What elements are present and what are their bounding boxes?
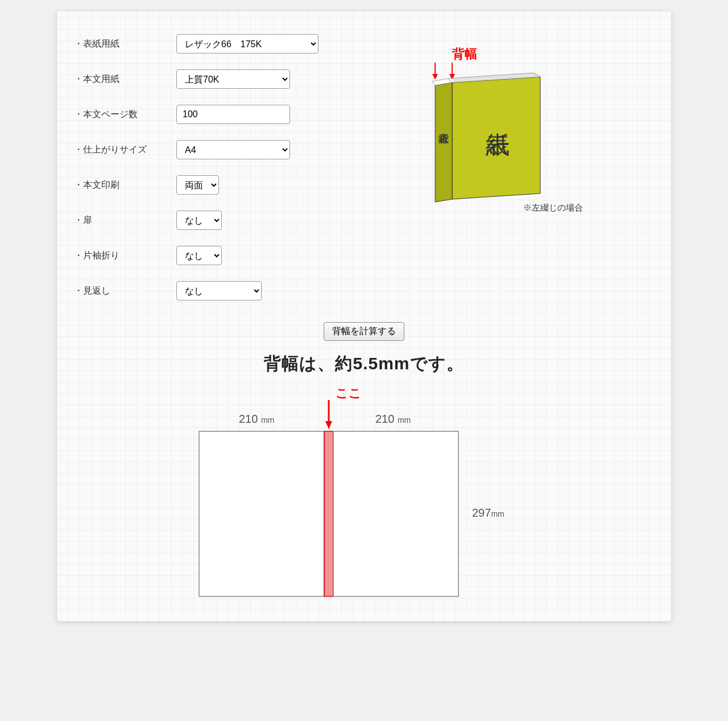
select-cover-paper[interactable]: レザック66 175K — [176, 34, 318, 53]
svg-marker-2 — [452, 77, 540, 199]
label-tobira: ・扉 — [74, 215, 176, 226]
page-container: ・表紙用紙 レザック66 175K ・本文用紙 上質70K ・本文ページ数 ・仕… — [57, 11, 671, 621]
row-tobira: ・扉 なし — [74, 211, 336, 230]
cover-spread-icon: ここ 210 mm 210 mm 297mm — [165, 386, 563, 602]
svg-rect-20 — [333, 431, 458, 596]
label-cover-paper: ・表紙用紙 — [74, 38, 176, 50]
row-mikaeshi: ・見返し なし — [74, 281, 336, 300]
spine-width-label: 背幅 — [452, 47, 477, 61]
diagram-column: 背幅 背表紙 表紙 — [353, 34, 654, 316]
book-diagram-icon: 背幅 背表紙 表紙 — [353, 40, 592, 222]
label-mikaeshi: ・見返し — [74, 285, 176, 297]
svg-rect-13 — [199, 431, 324, 596]
input-page-count[interactable] — [176, 105, 290, 124]
row-body-paper: ・本文用紙 上質70K — [74, 69, 336, 89]
spread-diagram: ここ 210 mm 210 mm 297mm — [165, 386, 563, 604]
binding-note: ※左綴じの場合 — [523, 203, 583, 212]
label-body-print: ・本文印刷 — [74, 179, 176, 191]
result-text: 背幅は、約5.5mmです。 — [74, 352, 654, 376]
row-flap: ・片袖折り なし — [74, 246, 336, 265]
label-page-count: ・本文ページ数 — [74, 109, 176, 121]
select-mikaeshi[interactable]: なし — [176, 281, 262, 300]
label-finish-size: ・仕上がりサイズ — [74, 144, 176, 156]
here-label: ここ — [336, 386, 362, 400]
select-flap[interactable]: なし — [176, 246, 222, 265]
row-body-print: ・本文印刷 両面 — [74, 175, 336, 195]
select-body-paper[interactable]: 上質70K — [176, 69, 290, 89]
select-tobira[interactable]: なし — [176, 211, 222, 230]
form-column: ・表紙用紙 レザック66 175K ・本文用紙 上質70K ・本文ページ数 ・仕… — [74, 34, 336, 316]
select-finish-size[interactable]: A4 — [176, 140, 290, 159]
label-body-paper: ・本文用紙 — [74, 73, 176, 85]
svg-marker-3 — [435, 83, 452, 202]
svg-text:210 mm: 210 mm — [375, 413, 411, 425]
svg-text:297mm: 297mm — [472, 506, 504, 519]
svg-text:210 mm: 210 mm — [239, 413, 274, 425]
calculate-button[interactable]: 背幅を計算する — [324, 322, 404, 341]
top-section: ・表紙用紙 レザック66 175K ・本文用紙 上質70K ・本文ページ数 ・仕… — [74, 34, 654, 316]
row-cover-paper: ・表紙用紙 レザック66 175K — [74, 34, 336, 53]
label-flap: ・片袖折り — [74, 250, 176, 262]
svg-marker-10 — [325, 421, 332, 429]
row-page-count: ・本文ページ数 — [74, 105, 336, 124]
row-finish-size: ・仕上がりサイズ A4 — [74, 140, 336, 159]
calc-button-row: 背幅を計算する — [74, 322, 654, 341]
select-body-print[interactable]: 両面 — [176, 175, 219, 195]
